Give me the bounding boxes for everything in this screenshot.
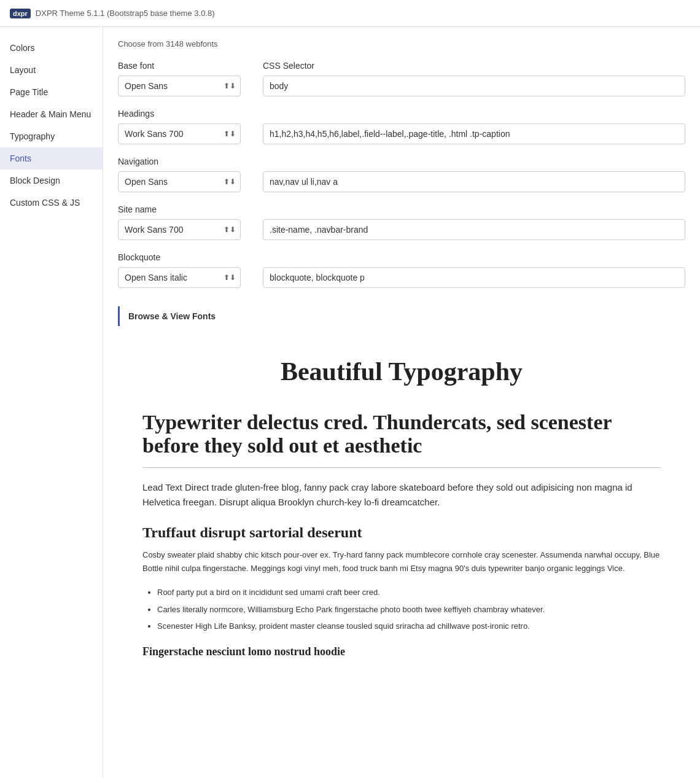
list-item: Carles literally normcore, Williamsburg … (157, 602, 661, 617)
webfonts-label: Choose from 3148 webfonts (118, 39, 685, 49)
site-name-css-input[interactable] (263, 219, 685, 240)
blockquote-font-row: Blockquote Open Sans italic ⬆⬇ (118, 252, 685, 288)
navigation-font-left: Navigation Open Sans ⬆⬇ (118, 157, 253, 192)
site-name-font-right (263, 204, 685, 240)
navigation-css-label-spacer (263, 157, 685, 166)
navigation-font-select[interactable]: Open Sans (118, 171, 241, 192)
header-title: DXPR Theme 5.1.1 (Bootstrap5 base theme … (36, 9, 215, 18)
preview-h2: Truffaut disrupt sartorial deserunt (142, 524, 661, 541)
site-name-font-select[interactable]: Work Sans 700 (118, 219, 241, 240)
headings-font-select[interactable]: Work Sans 700 (118, 123, 241, 144)
base-font-left: Base font Open Sans ⬆⬇ (118, 61, 253, 96)
base-font-row: Base font Open Sans ⬆⬇ CSS Selector (118, 61, 685, 96)
base-font-css-input[interactable] (263, 76, 685, 96)
preview-h1: Typewriter delectus cred. Thundercats, s… (142, 411, 661, 457)
list-item: Scenester High Life Banksy, proident mas… (157, 619, 661, 633)
base-font-select-wrapper: Open Sans ⬆⬇ (118, 76, 241, 96)
navigation-font-select-wrapper: Open Sans ⬆⬇ (118, 171, 241, 192)
sidebar-item-layout[interactable]: Layout (0, 59, 103, 81)
preview-h3: Fingerstache nesciunt lomo nostrud hoodi… (142, 645, 661, 658)
site-name-font-section: Site name Work Sans 700 ⬆⬇ (118, 204, 685, 240)
base-font-label: Base font (118, 61, 253, 71)
blockquote-css-input[interactable] (263, 267, 685, 288)
css-selector-label: CSS Selector (263, 61, 685, 71)
site-name-font-select-wrapper: Work Sans 700 ⬆⬇ (118, 219, 241, 240)
preview-main-title: Beautiful Typography (142, 357, 661, 386)
navigation-font-right (263, 157, 685, 192)
headings-css-label-spacer (263, 109, 685, 119)
sidebar-item-fonts[interactable]: Fonts (0, 147, 103, 169)
app-header: dxpr DXPR Theme 5.1.1 (Bootstrap5 base t… (0, 0, 700, 27)
headings-font-label: Headings (118, 109, 253, 119)
preview-divider (142, 467, 661, 468)
blockquote-font-section: Blockquote Open Sans italic ⬆⬇ (118, 252, 685, 288)
preview-list: Roof party put a bird on it incididunt s… (157, 585, 661, 633)
navigation-font-section: Navigation Open Sans ⬆⬇ (118, 157, 685, 192)
blockquote-font-select[interactable]: Open Sans italic (118, 267, 241, 288)
sidebar-item-block-design[interactable]: Block Design (0, 169, 103, 192)
base-font-select[interactable]: Open Sans (118, 76, 241, 96)
browse-fonts-button[interactable]: Browse & View Fonts (118, 306, 224, 326)
base-font-section: Base font Open Sans ⬆⬇ CSS Selector (118, 61, 685, 96)
blockquote-css-label-spacer (263, 252, 685, 262)
navigation-font-label: Navigation (118, 157, 253, 166)
base-font-right: CSS Selector (263, 61, 685, 96)
headings-font-right (263, 109, 685, 144)
navigation-font-row: Navigation Open Sans ⬆⬇ (118, 157, 685, 192)
main-content: Choose from 3148 webfonts Base font Open… (103, 27, 700, 778)
blockquote-font-left: Blockquote Open Sans italic ⬆⬇ (118, 252, 253, 288)
sidebar-item-typography[interactable]: Typography (0, 125, 103, 147)
app-layout: Colors Layout Page Title Header & Main M… (0, 27, 700, 778)
sidebar-item-custom-css-js[interactable]: Custom CSS & JS (0, 192, 103, 214)
navigation-css-input[interactable] (263, 171, 685, 192)
site-name-font-label: Site name (118, 204, 253, 214)
typography-preview: Beautiful Typography Typewriter delectus… (118, 344, 685, 675)
sidebar-item-header-main-menu[interactable]: Header & Main Menu (0, 103, 103, 125)
headings-font-select-wrapper: Work Sans 700 ⬆⬇ (118, 123, 241, 144)
site-name-css-label-spacer (263, 204, 685, 214)
blockquote-font-select-wrapper: Open Sans italic ⬆⬇ (118, 267, 241, 288)
logo-badge: dxpr (10, 9, 31, 18)
sidebar-item-colors[interactable]: Colors (0, 37, 103, 59)
site-name-font-left: Site name Work Sans 700 ⬆⬇ (118, 204, 253, 240)
preview-lead-text: Lead Text Direct trade gluten-free blog,… (142, 480, 661, 510)
site-name-font-row: Site name Work Sans 700 ⬆⬇ (118, 204, 685, 240)
blockquote-font-right (263, 252, 685, 288)
headings-font-section: Headings Work Sans 700 ⬆⬇ (118, 109, 685, 144)
preview-body-text: Cosby sweater plaid shabby chic kitsch p… (142, 548, 661, 575)
blockquote-font-label: Blockquote (118, 252, 253, 262)
headings-font-row: Headings Work Sans 700 ⬆⬇ (118, 109, 685, 144)
list-item: Roof party put a bird on it incididunt s… (157, 585, 661, 599)
sidebar-item-page-title[interactable]: Page Title (0, 81, 103, 103)
sidebar: Colors Layout Page Title Header & Main M… (0, 27, 103, 778)
headings-font-left: Headings Work Sans 700 ⬆⬇ (118, 109, 253, 144)
headings-css-input[interactable] (263, 123, 685, 144)
